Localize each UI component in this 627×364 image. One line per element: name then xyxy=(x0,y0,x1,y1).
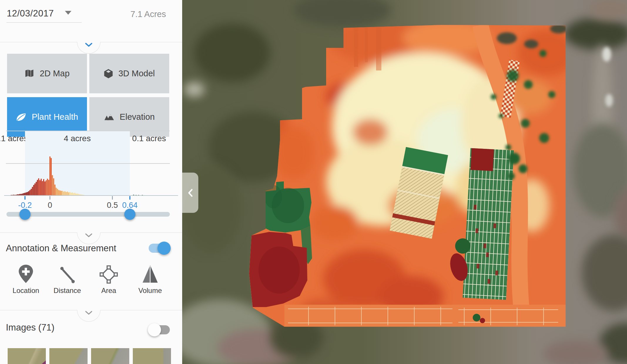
chevron-down-icon xyxy=(85,233,93,238)
section-divider xyxy=(0,310,182,310)
right-region-area-label: 0.1 acres xyxy=(116,134,166,143)
distance-ruler-icon xyxy=(59,266,76,284)
tool-label: Area xyxy=(91,287,127,295)
annotation-toggle[interactable] xyxy=(149,244,170,253)
chevron-down-icon xyxy=(85,311,93,315)
tool-label: Volume xyxy=(132,287,168,295)
svg-text:-0.2: -0.2 xyxy=(18,201,32,208)
range-slider-max-handle[interactable] xyxy=(124,209,135,220)
tool-label: Location xyxy=(8,287,44,295)
area-tool-button[interactable]: Area xyxy=(91,264,127,295)
section-divider xyxy=(0,232,182,233)
range-slider-track[interactable] xyxy=(6,212,170,217)
chevron-left-icon xyxy=(187,188,194,197)
axis-tick-labels: -0.200.50.64 xyxy=(18,201,138,208)
area-polygon-icon xyxy=(100,265,118,284)
images-toggle[interactable] xyxy=(149,325,170,334)
image-thumbnail-strip xyxy=(0,348,182,364)
location-tool-button[interactable]: Location xyxy=(8,264,44,295)
plant-health-overlay xyxy=(182,0,627,364)
range-slider-min-handle[interactable] xyxy=(19,209,31,220)
solar-array xyxy=(463,148,514,300)
collapse-section-button[interactable] xyxy=(77,310,100,322)
collapse-sidebar-button[interactable] xyxy=(182,173,198,213)
image-thumbnail[interactable] xyxy=(133,348,171,364)
images-section-title: Images (71) xyxy=(6,322,54,333)
image-thumbnail[interactable] xyxy=(91,348,129,364)
image-thumbnail[interactable] xyxy=(8,348,46,364)
toggle-knob xyxy=(157,242,171,255)
distance-tool-button[interactable]: Distance xyxy=(49,264,85,295)
collapse-section-button[interactable] xyxy=(77,232,100,244)
svg-text:0.5: 0.5 xyxy=(107,201,118,208)
sidebar-panel: 12/03/2017 7.1 Acres 2D Map xyxy=(0,0,182,364)
toggle-knob xyxy=(148,323,161,336)
plant-health-histogram: -0.200.50.64 xyxy=(0,0,182,208)
svg-text:0.64: 0.64 xyxy=(122,201,138,208)
tool-label: Distance xyxy=(49,287,85,295)
left-region-area-label: 0.1 acres xyxy=(0,134,25,143)
annotation-section-title: Annotation & Measurement xyxy=(6,243,116,254)
volume-tool-button[interactable]: Volume xyxy=(132,264,168,295)
image-thumbnail[interactable] xyxy=(49,348,88,364)
location-pin-icon xyxy=(18,264,33,284)
selection-region-area-label: 4 acres xyxy=(46,134,108,143)
app-window: 12/03/2017 7.1 Acres 2D Map xyxy=(0,0,627,364)
volume-cone-icon xyxy=(142,265,159,284)
map-canvas[interactable] xyxy=(182,0,627,364)
axis-ticks xyxy=(25,196,130,200)
svg-text:0: 0 xyxy=(48,201,52,208)
